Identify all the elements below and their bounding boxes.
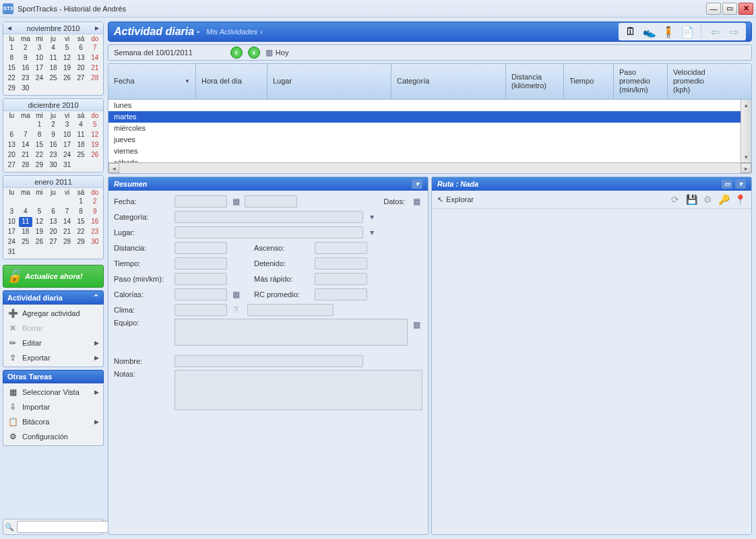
calendar-day[interactable]: 15 <box>5 63 19 73</box>
calendar-day[interactable]: 12 <box>60 53 74 63</box>
cal-next-icon[interactable]: ► <box>94 24 100 32</box>
calendar-day[interactable]: 5 <box>88 120 102 130</box>
side-item[interactable]: ⇩Importar <box>3 400 103 414</box>
calendar-day[interactable]: 22 <box>32 150 46 160</box>
calendar-day[interactable]: 9 <box>46 130 61 140</box>
field-tiempo[interactable] <box>175 257 227 270</box>
calendar-day[interactable] <box>19 197 33 207</box>
calendar-day[interactable]: 16 <box>46 140 61 150</box>
calendar-day[interactable]: 11 <box>74 130 88 140</box>
calendar-day[interactable] <box>19 247 33 257</box>
vertical-scrollbar[interactable]: ▴ ▾ <box>741 100 751 162</box>
calendar-day[interactable]: 28 <box>19 160 33 170</box>
calendar-day[interactable]: 23 <box>46 150 61 160</box>
calendar-day[interactable] <box>60 247 74 257</box>
field-fecha[interactable] <box>175 195 227 208</box>
calendar-day[interactable]: 15 <box>32 140 46 150</box>
calendar-day[interactable] <box>60 197 74 207</box>
calendar-day[interactable]: 15 <box>74 217 88 227</box>
calendar-view-icon[interactable]: 🗓 <box>623 24 639 39</box>
equipo-picker-icon[interactable]: ▦ <box>410 319 422 331</box>
calendar-day[interactable]: 17 <box>60 140 74 150</box>
field-masrapido[interactable] <box>315 273 367 285</box>
today-button[interactable]: ▦ Hoy <box>265 48 289 57</box>
calendar-day[interactable]: 27 <box>74 73 88 84</box>
calendar-day[interactable]: 19 <box>60 63 74 73</box>
calendar-day[interactable]: 19 <box>88 140 102 150</box>
calendar-day[interactable]: 2 <box>19 43 33 53</box>
calendar-day[interactable]: 14 <box>19 140 33 150</box>
column-header[interactable]: Categoría <box>391 64 506 99</box>
tasks-panel-header[interactable]: Otras Tareas <box>3 370 104 383</box>
calendar-day[interactable]: 31 <box>5 247 19 257</box>
calendar-day[interactable]: 25 <box>46 73 61 84</box>
calendar-day[interactable]: 1 <box>32 120 46 130</box>
calendar-day[interactable]: 22 <box>74 227 88 237</box>
field-detenido[interactable] <box>315 257 367 270</box>
refresh-icon[interactable]: ⟳ <box>669 193 681 205</box>
calendar-day[interactable]: 6 <box>5 130 19 140</box>
horizontal-scrollbar[interactable]: ◂ ▸ <box>108 162 751 173</box>
field-rcprom[interactable] <box>315 288 367 300</box>
calendar-day[interactable]: 25 <box>74 150 88 160</box>
calendar-day[interactable]: 24 <box>32 73 46 84</box>
calendar-day[interactable]: 1 <box>74 197 88 207</box>
calendar-day[interactable] <box>32 197 46 207</box>
calendar-day[interactable]: 8 <box>74 207 88 217</box>
calendar-day[interactable]: 16 <box>19 63 33 73</box>
calendar-day[interactable]: 23 <box>19 73 33 84</box>
ruta-dropdown-icon[interactable]: ▾ <box>735 179 746 189</box>
field-paso[interactable] <box>175 273 227 285</box>
field-lugar[interactable] <box>175 226 363 239</box>
side-item[interactable]: 📋Bitácora▶ <box>3 414 103 429</box>
calendar-day[interactable]: 18 <box>46 63 61 73</box>
calendar-day[interactable]: 3 <box>5 207 19 217</box>
field-calorias[interactable] <box>175 288 227 300</box>
search-input[interactable] <box>17 521 117 533</box>
calendar-day[interactable]: 26 <box>32 237 46 247</box>
calendar-day[interactable]: 21 <box>19 150 33 160</box>
ruta-map[interactable] <box>432 209 751 534</box>
field-nombre[interactable] <box>175 355 363 367</box>
ruta-window-icon[interactable]: ▭ <box>722 179 732 189</box>
calendar-day[interactable]: 29 <box>5 84 19 94</box>
calendar-day[interactable]: 9 <box>19 53 33 63</box>
calendar-day[interactable]: 23 <box>88 227 102 237</box>
calendar-day[interactable]: 30 <box>19 84 33 94</box>
calendar-day[interactable]: 13 <box>5 140 19 150</box>
calendar-day[interactable] <box>88 247 102 257</box>
calendar-day[interactable]: 16 <box>88 217 102 227</box>
calendar-day[interactable]: 30 <box>46 160 61 170</box>
side-item[interactable]: ✏Editar▶ <box>3 336 103 350</box>
calendar-day[interactable]: 5 <box>32 207 46 217</box>
calendar-day[interactable]: 17 <box>32 63 46 73</box>
calendar-day[interactable]: 25 <box>19 237 33 247</box>
field-clima2[interactable] <box>247 304 334 316</box>
calendar-day[interactable]: 10 <box>5 217 19 227</box>
calendar-header[interactable]: enero 2011 <box>3 176 103 188</box>
calendar-day[interactable]: 5 <box>60 43 74 53</box>
calendar-day[interactable]: 18 <box>74 140 88 150</box>
search-icon[interactable]: 🔍 <box>5 521 14 533</box>
calendar-day[interactable]: 21 <box>60 227 74 237</box>
calendar-day[interactable]: 20 <box>46 227 61 237</box>
calendar-day[interactable]: 11 <box>46 53 61 63</box>
table-row[interactable]: martes <box>108 111 741 123</box>
calendar-day[interactable] <box>19 120 33 130</box>
nav-forward-icon[interactable]: ⇨ <box>726 24 742 39</box>
column-header[interactable]: Paso promedio (min/km) <box>614 64 668 99</box>
calendar-day[interactable]: 27 <box>5 160 19 170</box>
side-item[interactable]: ⇪Exportar▶ <box>3 350 103 365</box>
calendar-day[interactable]: 26 <box>88 150 102 160</box>
field-categoria[interactable] <box>175 211 363 223</box>
calendar-day[interactable]: 12 <box>32 217 46 227</box>
calendar-day[interactable]: 20 <box>5 150 19 160</box>
table-row[interactable]: sábado <box>108 157 741 162</box>
maximize-button[interactable]: ▭ <box>722 3 737 15</box>
side-item[interactable]: ▦Seleccionar Vista▶ <box>3 385 103 400</box>
column-header[interactable]: Hora del día <box>196 64 267 99</box>
calendar-day[interactable]: 3 <box>60 120 74 130</box>
column-header[interactable]: Fecha▼ <box>108 64 196 99</box>
calendar-day[interactable]: 24 <box>60 150 74 160</box>
athlete-icon[interactable]: 🧍 <box>660 24 676 39</box>
